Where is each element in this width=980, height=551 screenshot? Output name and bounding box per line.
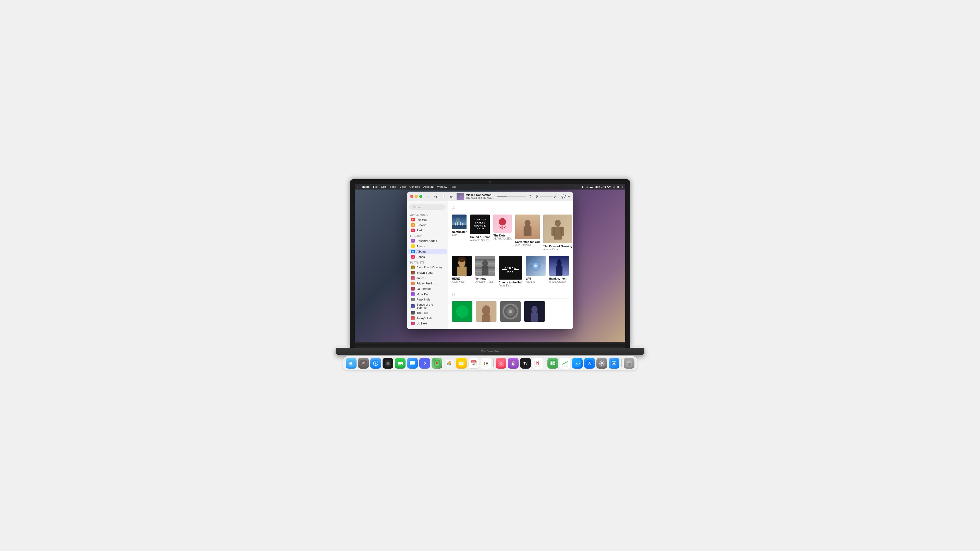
dock-numbers[interactable] <box>547 358 558 368</box>
album-thanku[interactable]: thank u, next Ariana Grande <box>549 256 569 287</box>
sidebar-item-songs[interactable]: ♫ Songs <box>408 254 447 259</box>
dock-maps[interactable] <box>431 358 442 368</box>
maximize-button[interactable] <box>419 195 422 198</box>
track-info: Missed Connection The Head and the Heart… <box>466 193 495 199</box>
menubar-account[interactable]: Account <box>423 185 434 188</box>
dock-discord[interactable]: D <box>419 358 430 368</box>
sidebar-item-for-you[interactable]: ♥ For You <box>408 217 447 222</box>
volume-slider[interactable] <box>540 196 553 197</box>
play-pause-button[interactable]: ⏸ <box>440 193 447 200</box>
progress-area[interactable] <box>497 196 526 197</box>
album-sound-color[interactable]: ALABAMASHAKESSOUND &COLOR Sound & Color … <box>470 214 490 251</box>
menubar-help[interactable]: Help <box>451 185 457 188</box>
album-narrated[interactable]: Narrarated for You Alec Benjamin <box>515 214 540 251</box>
dock-xcode[interactable]: </> <box>572 358 583 368</box>
sidebar-item-dancexl[interactable]: danceXL <box>408 275 447 281</box>
album-artist-b3 <box>500 327 520 329</box>
album-b1[interactable] <box>452 301 473 329</box>
album-cheers[interactable]: ANDRA DAY Cheers to the Fall Andra Day <box>499 256 522 287</box>
svg-point-101 <box>484 364 485 365</box>
sidebar-section-library: Library <box>407 233 448 238</box>
album-neotheater[interactable]: Neotheater AJR <box>452 214 466 251</box>
dock-reminders[interactable] <box>480 358 491 368</box>
sidebar-item-the-plug[interactable]: The Plug <box>408 310 447 315</box>
menubar-file[interactable]: File <box>373 185 378 188</box>
repeat-button[interactable]: ↻ <box>528 194 533 199</box>
sidebar-item-me-bae[interactable]: Me & Bae <box>408 292 447 297</box>
album-artist-pains: Alessia Cara <box>543 248 572 251</box>
search-icon[interactable]: ⌕ <box>613 185 615 188</box>
shuffle-button[interactable]: ⇌ <box>425 194 431 199</box>
svg-point-128 <box>599 363 600 364</box>
search-input[interactable]: ⌕ Search <box>409 204 445 210</box>
dock-music[interactable]: ♫ <box>496 358 506 368</box>
album-pains[interactable]: The Pains of Growing Alessia Cara <box>543 214 572 251</box>
dock-activity-monitor[interactable] <box>560 358 570 368</box>
dock-screenshot[interactable] <box>609 358 619 368</box>
sidebar-item-peak-indie[interactable]: Peak Indie <box>408 297 447 302</box>
list-view-button[interactable]: ≡ <box>568 194 570 198</box>
close-button[interactable] <box>410 195 413 198</box>
sidebar-item-up-next[interactable]: Up Next <box>408 321 447 326</box>
dock-messages[interactable] <box>407 358 418 368</box>
svg-rect-29 <box>482 266 488 275</box>
rewind-button[interactable]: ⏮ <box>433 194 438 199</box>
dock-photobooth[interactable] <box>383 358 393 368</box>
lyrics-button[interactable]: 💬 <box>562 194 566 198</box>
track-artist: The Head and the Heart — Living Mirage <box>466 197 495 199</box>
dock-safari[interactable] <box>370 358 381 368</box>
dock-trash[interactable] <box>624 358 635 368</box>
dock-podcasts[interactable] <box>508 358 519 368</box>
album-artist-b4 <box>524 327 545 329</box>
dock-finder[interactable] <box>346 358 356 368</box>
sidebar-item-radio[interactable]: ◎ Radio <box>408 228 447 233</box>
minimize-button[interactable] <box>415 195 418 198</box>
album-b3[interactable] <box>500 301 520 329</box>
progress-bar[interactable] <box>497 196 526 197</box>
menubar-edit[interactable]: Edit <box>381 185 386 188</box>
radio-icon: ◎ <box>411 229 415 232</box>
search-bar[interactable]: ⌕ Search <box>407 203 448 212</box>
sidebar-item-back-porch[interactable]: Back Porch Country <box>408 265 447 270</box>
sidebar-item-friday-feeling[interactable]: Friday Feeling <box>408 281 447 286</box>
sidebar-item-todays-hits[interactable]: Today's Hits <box>408 316 447 321</box>
sidebar-item-albums[interactable]: ▣ Albums <box>408 249 447 254</box>
menubar-controls[interactable]: Controls <box>409 185 420 188</box>
sidebar-item-artists[interactable]: ♪ Artists <box>408 244 447 249</box>
album-name-b2 <box>476 323 496 326</box>
forward-button[interactable]: ⏭ <box>449 194 455 199</box>
album-lp5[interactable]: LP5 Apparat <box>526 256 546 287</box>
dock-launchpad[interactable]: 🚀 <box>358 358 369 368</box>
album-here[interactable]: HERE Alicia Keys <box>452 256 472 287</box>
sidebar-item-songs-summer[interactable]: Songs of the Summer <box>408 302 447 310</box>
dock-news[interactable]: N <box>532 358 543 368</box>
sidebar-item-recently-added[interactable]: + Recently Added <box>408 238 447 243</box>
menubar-left:  Music File Edit Song View Controls Acc… <box>357 185 578 189</box>
dock-calendar[interactable]: 31 MON <box>468 358 479 368</box>
dock-notes[interactable] <box>456 358 467 368</box>
album-b4[interactable] <box>524 301 545 329</box>
svg-point-87 <box>448 362 450 364</box>
macbook-base: MacBook Pro <box>336 348 644 355</box>
menubar-music[interactable]: Music <box>362 185 369 188</box>
dock-system-preferences[interactable] <box>597 358 607 368</box>
menubar-song[interactable]: Song <box>390 185 396 188</box>
menubar-view[interactable]: View <box>400 185 406 188</box>
battery-icon: ▬ <box>590 185 593 188</box>
siri-icon[interactable]: ◉ <box>617 185 620 189</box>
album-the-dots[interactable]: The Dots ALASKALASKA <box>493 214 511 251</box>
sidebar-item-brown-sugar[interactable]: Brown Sugar <box>408 270 447 275</box>
dock-app-store[interactable]: A <box>584 358 595 368</box>
dock-photos[interactable] <box>444 358 455 368</box>
window-icons: 💬 ≡ <box>562 194 570 198</box>
dock-facetime[interactable] <box>395 358 406 368</box>
dock-apple-tv[interactable]: TV <box>520 358 531 368</box>
album-ventura[interactable]: Ventura Anderson .Paak <box>475 256 495 287</box>
svg-text:MON: MON <box>472 361 475 362</box>
list-icon[interactable]: ≡ <box>622 185 623 188</box>
album-b2[interactable] <box>476 301 496 329</box>
sidebar-item-browse[interactable]: ⊞ Browse <box>408 222 447 227</box>
apple-menu[interactable]:  <box>357 185 358 189</box>
menubar-window[interactable]: Window <box>437 185 447 188</box>
sidebar-item-la-formula[interactable]: La Fórmula <box>408 286 447 291</box>
